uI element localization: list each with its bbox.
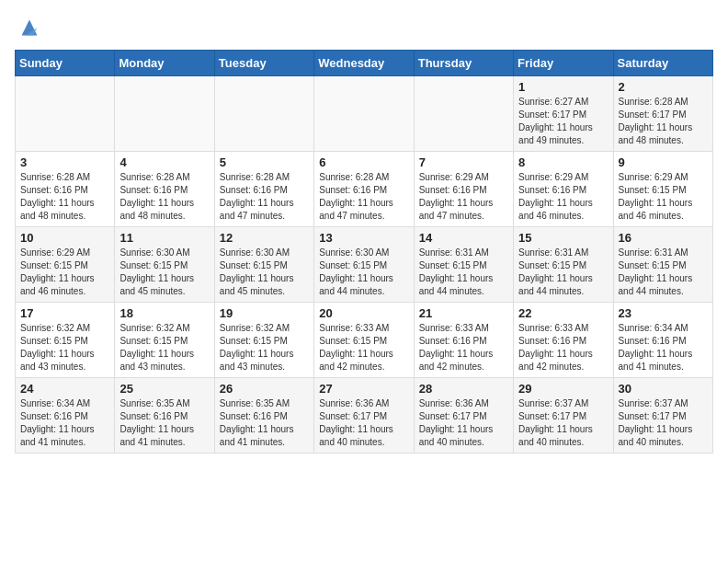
weekday-header-row: SundayMondayTuesdayWednesdayThursdayFrid…	[16, 51, 713, 76]
calendar-cell: 30Sunrise: 6:37 AMSunset: 6:17 PMDayligh…	[613, 378, 712, 454]
day-number: 5	[220, 155, 309, 169]
day-number: 14	[419, 231, 508, 245]
day-info: Sunrise: 6:35 AMSunset: 6:16 PMDaylight:…	[220, 397, 309, 449]
day-info: Sunrise: 6:33 AMSunset: 6:16 PMDaylight:…	[518, 322, 608, 373]
day-info: Sunrise: 6:28 AMSunset: 6:16 PMDaylight:…	[220, 171, 309, 223]
calendar-cell	[115, 76, 214, 152]
calendar-week-row: 3Sunrise: 6:28 AMSunset: 6:16 PMDaylight…	[16, 152, 713, 227]
day-number: 8	[518, 155, 608, 169]
day-number: 2	[619, 80, 708, 94]
day-number: 29	[518, 382, 608, 396]
calendar-cell: 11Sunrise: 6:30 AMSunset: 6:15 PMDayligh…	[115, 227, 214, 303]
calendar-cell	[414, 76, 513, 152]
day-info: Sunrise: 6:33 AMSunset: 6:16 PMDaylight:…	[419, 322, 508, 373]
calendar-cell: 3Sunrise: 6:28 AMSunset: 6:16 PMDaylight…	[16, 152, 115, 227]
calendar-week-row: 1Sunrise: 6:27 AMSunset: 6:17 PMDaylight…	[16, 76, 713, 152]
day-info: Sunrise: 6:27 AMSunset: 6:17 PMDaylight:…	[518, 96, 608, 147]
calendar-cell: 9Sunrise: 6:29 AMSunset: 6:15 PMDaylight…	[613, 152, 712, 227]
day-info: Sunrise: 6:37 AMSunset: 6:17 PMDaylight:…	[518, 397, 608, 449]
day-info: Sunrise: 6:31 AMSunset: 6:15 PMDaylight:…	[518, 247, 608, 298]
day-number: 18	[119, 306, 209, 320]
calendar-cell: 16Sunrise: 6:31 AMSunset: 6:15 PMDayligh…	[613, 227, 712, 303]
weekday-header-wednesday: Wednesday	[314, 51, 414, 76]
day-info: Sunrise: 6:28 AMSunset: 6:16 PMDaylight:…	[20, 171, 109, 223]
calendar-cell: 12Sunrise: 6:30 AMSunset: 6:15 PMDayligh…	[214, 227, 313, 303]
calendar-cell: 6Sunrise: 6:28 AMSunset: 6:16 PMDaylight…	[314, 152, 414, 227]
day-number: 6	[319, 155, 408, 169]
calendar-cell: 25Sunrise: 6:35 AMSunset: 6:16 PMDayligh…	[115, 378, 214, 454]
calendar-cell: 10Sunrise: 6:29 AMSunset: 6:15 PMDayligh…	[16, 227, 115, 303]
calendar-cell: 26Sunrise: 6:35 AMSunset: 6:16 PMDayligh…	[214, 378, 313, 454]
header	[15, 15, 713, 40]
day-number: 27	[319, 382, 408, 396]
day-number: 30	[619, 382, 708, 396]
calendar-week-row: 17Sunrise: 6:32 AMSunset: 6:15 PMDayligh…	[16, 303, 713, 378]
page-container: SundayMondayTuesdayWednesdayThursdayFrid…	[0, 0, 728, 463]
calendar-cell	[16, 76, 115, 152]
day-info: Sunrise: 6:28 AMSunset: 6:16 PMDaylight:…	[119, 171, 209, 223]
calendar-table: SundayMondayTuesdayWednesdayThursdayFrid…	[15, 50, 713, 454]
day-info: Sunrise: 6:31 AMSunset: 6:15 PMDaylight:…	[419, 247, 508, 298]
day-info: Sunrise: 6:30 AMSunset: 6:15 PMDaylight:…	[319, 247, 408, 298]
calendar-cell: 4Sunrise: 6:28 AMSunset: 6:16 PMDaylight…	[115, 152, 214, 227]
day-info: Sunrise: 6:29 AMSunset: 6:16 PMDaylight:…	[518, 171, 608, 223]
day-number: 21	[419, 306, 508, 320]
weekday-header-friday: Friday	[514, 51, 613, 76]
calendar-cell: 28Sunrise: 6:36 AMSunset: 6:17 PMDayligh…	[414, 378, 513, 454]
day-number: 26	[220, 382, 309, 396]
weekday-header-saturday: Saturday	[613, 51, 712, 76]
day-info: Sunrise: 6:31 AMSunset: 6:15 PMDaylight:…	[619, 247, 708, 298]
calendar-cell: 13Sunrise: 6:30 AMSunset: 6:15 PMDayligh…	[314, 227, 414, 303]
logo-icon	[17, 15, 42, 40]
day-number: 17	[20, 306, 109, 320]
day-number: 19	[220, 306, 309, 320]
day-number: 16	[619, 231, 708, 245]
calendar-cell	[214, 76, 313, 152]
day-info: Sunrise: 6:33 AMSunset: 6:15 PMDaylight:…	[319, 322, 408, 373]
calendar-cell: 29Sunrise: 6:37 AMSunset: 6:17 PMDayligh…	[514, 378, 613, 454]
day-info: Sunrise: 6:34 AMSunset: 6:16 PMDaylight:…	[619, 322, 708, 373]
day-number: 10	[20, 231, 109, 245]
day-number: 22	[518, 306, 608, 320]
weekday-header-monday: Monday	[115, 51, 214, 76]
day-info: Sunrise: 6:36 AMSunset: 6:17 PMDaylight:…	[319, 397, 408, 449]
calendar-week-row: 24Sunrise: 6:34 AMSunset: 6:16 PMDayligh…	[16, 378, 713, 454]
day-number: 12	[220, 231, 309, 245]
day-number: 9	[619, 155, 708, 169]
day-number: 3	[20, 155, 109, 169]
day-info: Sunrise: 6:28 AMSunset: 6:17 PMDaylight:…	[619, 96, 708, 147]
day-number: 23	[619, 306, 708, 320]
day-number: 11	[119, 231, 209, 245]
day-info: Sunrise: 6:29 AMSunset: 6:15 PMDaylight:…	[20, 247, 109, 298]
day-number: 20	[319, 306, 408, 320]
day-number: 13	[319, 231, 408, 245]
calendar-cell: 1Sunrise: 6:27 AMSunset: 6:17 PMDaylight…	[514, 76, 613, 152]
calendar-cell: 5Sunrise: 6:28 AMSunset: 6:16 PMDaylight…	[214, 152, 313, 227]
calendar-cell: 2Sunrise: 6:28 AMSunset: 6:17 PMDaylight…	[613, 76, 712, 152]
weekday-header-thursday: Thursday	[414, 51, 513, 76]
day-info: Sunrise: 6:29 AMSunset: 6:16 PMDaylight:…	[419, 171, 508, 223]
day-info: Sunrise: 6:34 AMSunset: 6:16 PMDaylight:…	[20, 397, 109, 449]
calendar-cell: 27Sunrise: 6:36 AMSunset: 6:17 PMDayligh…	[314, 378, 414, 454]
calendar-week-row: 10Sunrise: 6:29 AMSunset: 6:15 PMDayligh…	[16, 227, 713, 303]
calendar-cell: 24Sunrise: 6:34 AMSunset: 6:16 PMDayligh…	[16, 378, 115, 454]
day-number: 4	[119, 155, 209, 169]
day-info: Sunrise: 6:35 AMSunset: 6:16 PMDaylight:…	[119, 397, 209, 449]
calendar-cell: 8Sunrise: 6:29 AMSunset: 6:16 PMDaylight…	[514, 152, 613, 227]
day-info: Sunrise: 6:29 AMSunset: 6:15 PMDaylight:…	[619, 171, 708, 223]
day-info: Sunrise: 6:36 AMSunset: 6:17 PMDaylight:…	[419, 397, 508, 449]
day-number: 7	[419, 155, 508, 169]
day-number: 24	[20, 382, 109, 396]
calendar-cell: 15Sunrise: 6:31 AMSunset: 6:15 PMDayligh…	[514, 227, 613, 303]
calendar-cell: 18Sunrise: 6:32 AMSunset: 6:15 PMDayligh…	[115, 303, 214, 378]
day-info: Sunrise: 6:32 AMSunset: 6:15 PMDaylight:…	[20, 322, 109, 373]
day-number: 15	[518, 231, 608, 245]
day-info: Sunrise: 6:32 AMSunset: 6:15 PMDaylight:…	[119, 322, 209, 373]
calendar-cell	[314, 76, 414, 152]
calendar-cell: 19Sunrise: 6:32 AMSunset: 6:15 PMDayligh…	[214, 303, 313, 378]
calendar-cell: 7Sunrise: 6:29 AMSunset: 6:16 PMDaylight…	[414, 152, 513, 227]
weekday-header-sunday: Sunday	[16, 51, 115, 76]
day-info: Sunrise: 6:32 AMSunset: 6:15 PMDaylight:…	[220, 322, 309, 373]
day-number: 28	[419, 382, 508, 396]
calendar-cell: 23Sunrise: 6:34 AMSunset: 6:16 PMDayligh…	[613, 303, 712, 378]
